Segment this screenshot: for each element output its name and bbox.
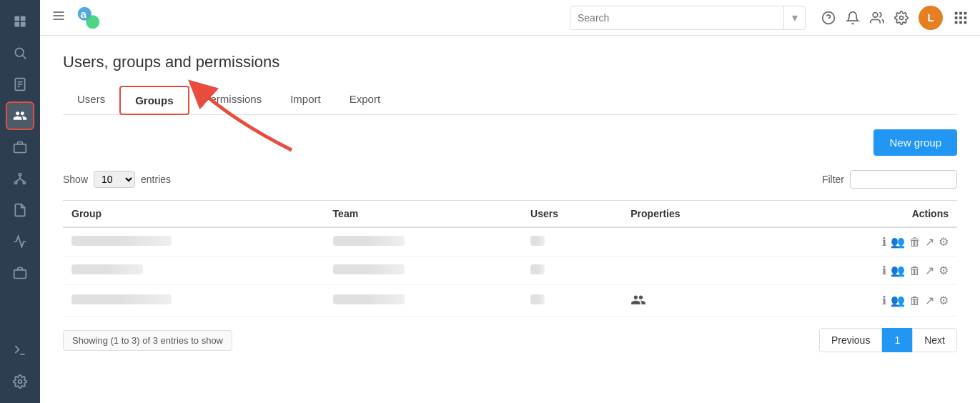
sidebar-item-users[interactable] bbox=[6, 101, 34, 130]
sidebar-item-terminal[interactable] bbox=[6, 336, 34, 364]
tab-groups[interactable]: Groups bbox=[119, 86, 189, 115]
sidebar-item-network[interactable] bbox=[6, 164, 34, 193]
tab-permissions[interactable]: Permissions bbox=[189, 86, 277, 115]
cell-users bbox=[522, 257, 622, 285]
gear-icon[interactable] bbox=[894, 11, 909, 25]
sidebar-item-briefcase[interactable] bbox=[6, 259, 34, 287]
tab-users[interactable]: Users bbox=[63, 86, 119, 115]
tab-export[interactable]: Export bbox=[335, 86, 395, 115]
config-action-icon[interactable]: ⚙ bbox=[939, 235, 949, 249]
info-action-icon[interactable]: ℹ bbox=[882, 264, 886, 277]
pagination: Previous 1 Next bbox=[819, 328, 957, 352]
cell-actions: ℹ 👥 🗑 ↗ ⚙ bbox=[771, 257, 957, 285]
share-action-icon[interactable]: ↗ bbox=[925, 235, 934, 249]
cell-group bbox=[63, 257, 325, 285]
cell-team bbox=[325, 285, 522, 317]
delete-action-icon[interactable]: 🗑 bbox=[909, 236, 921, 249]
users-action-icon[interactable]: 👥 bbox=[891, 264, 905, 277]
svg-rect-37 bbox=[959, 21, 962, 24]
filter-input[interactable] bbox=[850, 170, 957, 189]
search-bar[interactable]: ▾ bbox=[570, 6, 806, 30]
table-header-row: Group Team Users Properties Actions bbox=[63, 201, 957, 228]
search-dropdown-icon[interactable]: ▾ bbox=[783, 6, 805, 29]
showing-text: Showing (1 to 3) of 3 entries to show bbox=[63, 330, 232, 351]
svg-rect-35 bbox=[964, 16, 967, 19]
table-row: ℹ 👥 🗑 ↗ ⚙ bbox=[63, 285, 957, 317]
users-skeleton bbox=[530, 294, 545, 304]
users-skeleton bbox=[530, 236, 545, 246]
delete-action-icon[interactable]: 🗑 bbox=[909, 294, 921, 307]
new-group-button[interactable]: New group bbox=[873, 129, 957, 156]
menu-icon[interactable] bbox=[51, 9, 66, 26]
col-properties: Properties bbox=[622, 201, 771, 228]
info-action-icon[interactable]: ℹ bbox=[882, 294, 886, 307]
cell-actions: ℹ 👥 🗑 ↗ ⚙ bbox=[771, 285, 957, 317]
notification-icon[interactable] bbox=[846, 11, 860, 25]
users-icon[interactable] bbox=[870, 11, 884, 25]
svg-rect-34 bbox=[959, 16, 962, 19]
actions-icons: ℹ 👥 🗑 ↗ ⚙ bbox=[779, 235, 949, 249]
svg-rect-1 bbox=[21, 16, 26, 21]
next-button[interactable]: Next bbox=[912, 328, 957, 352]
cell-team bbox=[325, 227, 522, 257]
team-skeleton bbox=[333, 264, 405, 274]
svg-rect-10 bbox=[14, 144, 26, 153]
svg-point-28 bbox=[873, 12, 878, 17]
svg-point-11 bbox=[19, 174, 21, 176]
svg-point-29 bbox=[900, 16, 904, 19]
sidebar-item-dashboard[interactable] bbox=[6, 7, 34, 36]
app-logo: a bbox=[74, 5, 103, 31]
cell-properties bbox=[622, 285, 771, 317]
svg-line-5 bbox=[23, 56, 26, 59]
svg-point-24 bbox=[86, 15, 99, 29]
cell-users bbox=[522, 227, 622, 257]
svg-rect-2 bbox=[15, 22, 20, 27]
users-action-icon[interactable]: 👥 bbox=[891, 235, 905, 249]
tabs: Users Groups Permissions Import Export bbox=[63, 86, 957, 115]
entries-label: entries bbox=[141, 174, 171, 185]
col-team: Team bbox=[325, 201, 522, 228]
actions-icons: ℹ 👥 🗑 ↗ ⚙ bbox=[779, 264, 949, 277]
svg-rect-32 bbox=[964, 11, 967, 14]
table-footer: Showing (1 to 3) of 3 entries to show Pr… bbox=[63, 328, 957, 352]
show-entries: Show 10 25 50 100 entries bbox=[63, 171, 171, 188]
sidebar-item-settings[interactable] bbox=[6, 367, 34, 396]
cell-group bbox=[63, 285, 325, 317]
svg-rect-31 bbox=[959, 11, 962, 14]
cell-users bbox=[522, 285, 622, 317]
cell-properties bbox=[622, 257, 771, 285]
previous-button[interactable]: Previous bbox=[819, 328, 882, 352]
sidebar-item-layers[interactable] bbox=[6, 133, 34, 161]
page-1-button[interactable]: 1 bbox=[882, 328, 912, 352]
search-input[interactable] bbox=[570, 12, 783, 24]
share-action-icon[interactable]: ↗ bbox=[925, 294, 934, 307]
svg-rect-3 bbox=[21, 22, 26, 27]
sidebar-item-reports[interactable] bbox=[6, 70, 34, 99]
page-content: Users, groups and permissions Users Grou… bbox=[40, 36, 980, 403]
sidebar-item-search[interactable] bbox=[6, 39, 34, 67]
entries-select[interactable]: 10 25 50 100 bbox=[94, 171, 135, 188]
user-avatar[interactable]: L bbox=[919, 6, 943, 30]
svg-point-12 bbox=[15, 181, 17, 184]
grid-menu-icon[interactable] bbox=[953, 10, 969, 26]
help-icon[interactable] bbox=[821, 11, 836, 25]
cell-properties bbox=[622, 227, 771, 257]
svg-line-16 bbox=[20, 179, 24, 181]
users-skeleton bbox=[530, 264, 545, 274]
svg-point-4 bbox=[15, 48, 24, 56]
sidebar-item-documents[interactable] bbox=[6, 196, 34, 224]
sidebar-item-analytics[interactable] bbox=[6, 227, 34, 256]
controls-row: Show 10 25 50 100 entries Filter bbox=[63, 170, 957, 189]
tabs-area: Users Groups Permissions Import Export bbox=[63, 86, 957, 115]
config-action-icon[interactable]: ⚙ bbox=[939, 264, 949, 277]
info-action-icon[interactable]: ℹ bbox=[882, 235, 886, 249]
tab-import[interactable]: Import bbox=[276, 86, 335, 115]
share-action-icon[interactable]: ↗ bbox=[925, 264, 934, 277]
delete-action-icon[interactable]: 🗑 bbox=[909, 264, 921, 277]
svg-rect-36 bbox=[955, 21, 958, 24]
config-action-icon[interactable]: ⚙ bbox=[939, 294, 949, 307]
users-action-icon[interactable]: 👥 bbox=[891, 294, 905, 307]
page-title: Users, groups and permissions bbox=[63, 53, 957, 71]
svg-rect-17 bbox=[14, 270, 26, 279]
table-row: ℹ 👥 🗑 ↗ ⚙ bbox=[63, 227, 957, 257]
